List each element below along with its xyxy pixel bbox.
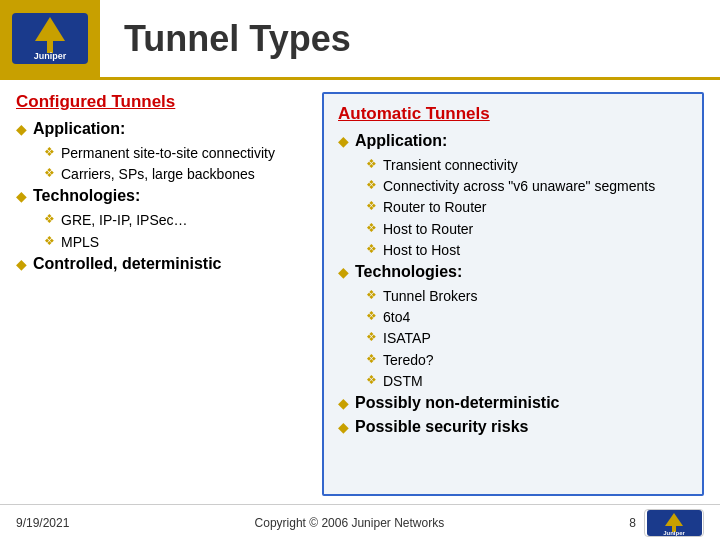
slide-title: Tunnel Types bbox=[100, 18, 351, 60]
left-sub-text-1: Permanent site-to-site connectivity bbox=[61, 144, 275, 162]
right-tech-sub-3: ❖ ISATAP bbox=[366, 329, 688, 347]
arrow-icon-rt1: ❖ bbox=[366, 288, 377, 302]
right-tech-sub-1: ❖ Tunnel Brokers bbox=[366, 287, 688, 305]
arrow-icon-r2: ❖ bbox=[366, 178, 377, 192]
footer: 9/19/2021 Copyright © 2006 Juniper Netwo… bbox=[0, 504, 720, 540]
right-sub-text-5: Host to Host bbox=[383, 241, 460, 259]
right-sub-3: ❖ Router to Router bbox=[366, 198, 688, 216]
footer-copyright: Copyright © 2006 Juniper Networks bbox=[255, 516, 445, 530]
diamond-icon-r2: ◆ bbox=[338, 264, 349, 280]
footer-logo: Juniper bbox=[644, 509, 704, 537]
arrow-icon-r5: ❖ bbox=[366, 242, 377, 256]
left-tech-sub-1: ❖ GRE, IP-IP, IPSec… bbox=[44, 211, 306, 229]
right-bullet-technologies: ◆ Technologies: bbox=[338, 263, 688, 281]
configured-tunnels-column: Configured Tunnels ◆ Application: ❖ Perm… bbox=[16, 92, 306, 496]
left-controlled-label: Controlled, deterministic bbox=[33, 255, 221, 273]
right-technologies-label: Technologies: bbox=[355, 263, 462, 281]
right-sub-5: ❖ Host to Host bbox=[366, 241, 688, 259]
right-tech-text-3: ISATAP bbox=[383, 329, 431, 347]
left-sub-text-2: Carriers, SPs, large backbones bbox=[61, 165, 255, 183]
right-bullet-security: ◆ Possible security risks bbox=[338, 418, 688, 436]
right-tech-text-5: DSTM bbox=[383, 372, 423, 390]
right-sub-text-4: Host to Router bbox=[383, 220, 473, 238]
left-application-subitems: ❖ Permanent site-to-site connectivity ❖ … bbox=[44, 144, 306, 183]
header-logo-bg: Juniper bbox=[0, 0, 100, 79]
arrow-icon-rt2: ❖ bbox=[366, 309, 377, 323]
left-technologies-label: Technologies: bbox=[33, 187, 140, 205]
right-nondeterministic-label: Possibly non-deterministic bbox=[355, 394, 559, 412]
svg-text:Juniper: Juniper bbox=[34, 51, 67, 61]
arrow-icon-2: ❖ bbox=[44, 166, 55, 180]
left-bullet-technologies: ◆ Technologies: bbox=[16, 187, 306, 205]
left-tech-text-1: GRE, IP-IP, IPSec… bbox=[61, 211, 188, 229]
juniper-logo-header: Juniper bbox=[10, 11, 90, 66]
diamond-icon-1: ◆ bbox=[16, 121, 27, 137]
right-tech-text-1: Tunnel Brokers bbox=[383, 287, 477, 305]
left-bullet-application: ◆ Application: bbox=[16, 120, 306, 138]
left-technologies-subitems: ❖ GRE, IP-IP, IPSec… ❖ MPLS bbox=[44, 211, 306, 250]
right-bullet-nondeterministic: ◆ Possibly non-deterministic bbox=[338, 394, 688, 412]
right-sub-2: ❖ Connectivity across "v6 unaware" segme… bbox=[366, 177, 688, 195]
arrow-icon-3: ❖ bbox=[44, 212, 55, 226]
header: Juniper Tunnel Types bbox=[0, 0, 720, 80]
right-security-label: Possible security risks bbox=[355, 418, 528, 436]
footer-page: 8 bbox=[629, 516, 636, 530]
right-tech-text-2: 6to4 bbox=[383, 308, 410, 326]
diamond-icon-2: ◆ bbox=[16, 188, 27, 204]
arrow-icon-1: ❖ bbox=[44, 145, 55, 159]
slide: Juniper Tunnel Types Configured Tunnels … bbox=[0, 0, 720, 540]
diamond-icon-r4: ◆ bbox=[338, 419, 349, 435]
diamond-icon-r3: ◆ bbox=[338, 395, 349, 411]
right-sub-text-2: Connectivity across "v6 unaware" segment… bbox=[383, 177, 655, 195]
arrow-icon-rt5: ❖ bbox=[366, 373, 377, 387]
diamond-icon-r1: ◆ bbox=[338, 133, 349, 149]
juniper-footer-svg: Juniper bbox=[647, 510, 702, 536]
right-tech-sub-5: ❖ DSTM bbox=[366, 372, 688, 390]
right-sub-4: ❖ Host to Router bbox=[366, 220, 688, 238]
right-sub-text-3: Router to Router bbox=[383, 198, 487, 216]
left-bullet-controlled: ◆ Controlled, deterministic bbox=[16, 255, 306, 273]
arrow-icon-rt4: ❖ bbox=[366, 352, 377, 366]
arrow-icon-r4: ❖ bbox=[366, 221, 377, 235]
arrow-icon-rt3: ❖ bbox=[366, 330, 377, 344]
right-bullet-application: ◆ Application: bbox=[338, 132, 688, 150]
automatic-tunnels-title: Automatic Tunnels bbox=[338, 104, 688, 124]
right-tech-sub-4: ❖ Teredo? bbox=[366, 351, 688, 369]
content-area: Configured Tunnels ◆ Application: ❖ Perm… bbox=[0, 80, 720, 504]
left-tech-sub-2: ❖ MPLS bbox=[44, 233, 306, 251]
right-sub-1: ❖ Transient connectivity bbox=[366, 156, 688, 174]
arrow-icon-r3: ❖ bbox=[366, 199, 377, 213]
arrow-icon-r1: ❖ bbox=[366, 157, 377, 171]
svg-text:Juniper: Juniper bbox=[663, 530, 685, 536]
right-application-label: Application: bbox=[355, 132, 447, 150]
right-technologies-subitems: ❖ Tunnel Brokers ❖ 6to4 ❖ ISATAP ❖ Tered… bbox=[366, 287, 688, 390]
footer-date: 9/19/2021 bbox=[16, 516, 69, 530]
right-tech-sub-2: ❖ 6to4 bbox=[366, 308, 688, 326]
left-tech-text-2: MPLS bbox=[61, 233, 99, 251]
arrow-icon-4: ❖ bbox=[44, 234, 55, 248]
configured-tunnels-title: Configured Tunnels bbox=[16, 92, 306, 112]
diamond-icon-3: ◆ bbox=[16, 256, 27, 272]
automatic-tunnels-column: Automatic Tunnels ◆ Application: ❖ Trans… bbox=[322, 92, 704, 496]
right-sub-text-1: Transient connectivity bbox=[383, 156, 518, 174]
right-application-subitems: ❖ Transient connectivity ❖ Connectivity … bbox=[366, 156, 688, 259]
left-application-label: Application: bbox=[33, 120, 125, 138]
right-tech-text-4: Teredo? bbox=[383, 351, 434, 369]
left-sub-1: ❖ Permanent site-to-site connectivity bbox=[44, 144, 306, 162]
left-sub-2: ❖ Carriers, SPs, large backbones bbox=[44, 165, 306, 183]
